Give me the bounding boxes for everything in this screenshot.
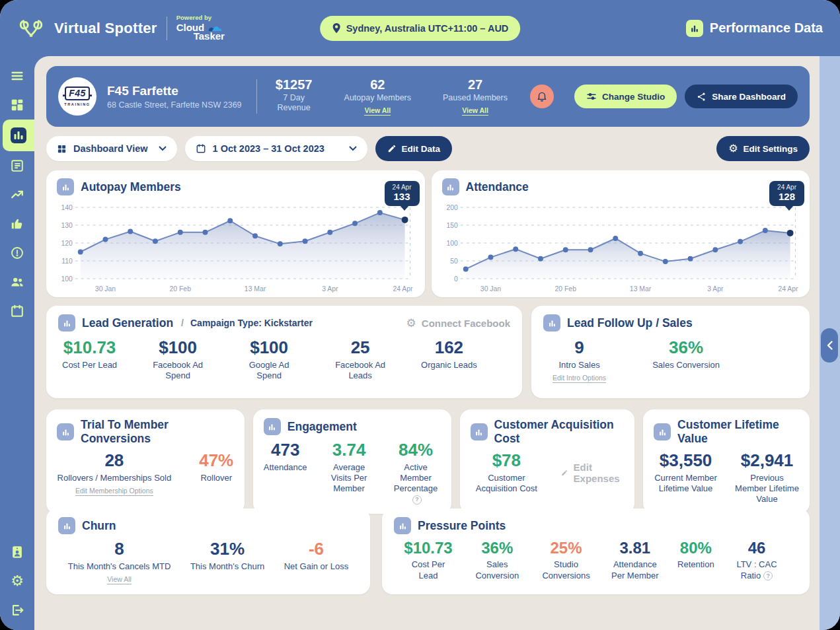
connect-facebook-button[interactable]: ⚙ Connect Facebook (406, 318, 510, 329)
stat-label: Autopay Members (344, 93, 411, 104)
customer-lifetime-value-card: Customer Lifetime Value $3,550Current Me… (643, 409, 810, 514)
stat-value: $100 (159, 338, 197, 357)
hamburger-icon (10, 69, 24, 83)
studio-stats: $12577 Day Revenue62Autopay MembersView … (276, 77, 508, 116)
chart-title: Attendance (466, 180, 529, 194)
change-studio-button[interactable]: Change Studio (574, 85, 677, 108)
date-range-picker[interactable]: 1 Oct 2023 – 31 Oct 2023 (185, 136, 367, 161)
main-content: F45 TRAINING F45 Farfette 68 Castle Stre… (34, 56, 820, 630)
powered-by-block: Powered by Cloud Tasker (176, 15, 225, 42)
sidebar-item-members[interactable] (0, 267, 34, 297)
location-badge[interactable]: Sydney, Australia UTC+11:00 – AUD (320, 16, 521, 41)
stat: $12577 Day Revenue (276, 77, 313, 114)
svg-text:13 Mar: 13 Mar (629, 285, 651, 293)
stat-value: 47% (199, 451, 233, 470)
chart-icon (58, 314, 75, 332)
notifications-button[interactable] (530, 85, 554, 108)
help-icon[interactable]: ? (412, 495, 422, 505)
chevron-down-icon (159, 146, 167, 151)
stat-link[interactable]: View All (107, 575, 132, 584)
stat-label: Rollovers / Memberships Sold (57, 473, 172, 483)
id-badge-icon (10, 545, 24, 559)
stat-link[interactable]: View All (364, 106, 391, 116)
stat-value: 84% (399, 440, 433, 460)
chart-icon (394, 517, 411, 534)
lead-follow-up-card: Lead Follow Up / Sales 9Intro SalesEdit … (531, 306, 810, 398)
stat-label: Paused Members (443, 93, 508, 104)
stat-label: This Month's Churn (190, 561, 264, 572)
sidebar-item-dashboard[interactable] (0, 90, 34, 120)
view-dropdown[interactable]: Dashboard View (46, 136, 177, 161)
svg-text:100: 100 (61, 275, 73, 283)
pressure-points-card: Pressure Points $10.73Cost Per Lead36%Sa… (382, 508, 810, 594)
sidebar-item-performance[interactable] (3, 120, 34, 151)
stat-label: Net Gain or Loss (284, 561, 349, 572)
sidebar-item-forms[interactable] (0, 151, 34, 180)
engagement-stats: 473Attendance3.74Average Visits Per Memb… (264, 440, 441, 505)
connect-facebook-label: Connect Facebook (422, 318, 510, 329)
svg-text:130: 130 (61, 222, 73, 229)
stat-label: Attendance Per Member (609, 559, 662, 581)
users-icon (10, 275, 24, 289)
page-title-area: Performance Data (686, 20, 823, 37)
cac-stats: $78Customer Acquisition Cost (475, 451, 539, 494)
sidebar-item-profile[interactable] (0, 538, 34, 567)
sidebar-item-settings[interactable]: ⚙ (0, 567, 34, 596)
chart-tooltip: 24 Apr 128 (769, 181, 804, 206)
bell-icon (536, 90, 548, 102)
attendance-line-chart[interactable]: 05010015020030 Jan20 Feb13 Mar3 Apr24 Ap… (442, 201, 800, 293)
chart-icon (58, 517, 75, 534)
sidebar-item-feedback[interactable] (0, 209, 34, 238)
stat-value: $10.73 (404, 540, 452, 557)
sidebar-item-calendar[interactable] (0, 297, 34, 326)
right-panel-strip (820, 56, 840, 630)
tooltip-value: 133 (393, 191, 412, 202)
share-dashboard-button[interactable]: Share Dashboard (685, 85, 798, 108)
edit-data-button[interactable]: Edit Data (375, 136, 453, 161)
autopay-members-line-chart[interactable]: 10011012013014030 Jan20 Feb13 Mar3 Apr24… (57, 201, 414, 293)
stat: 9Intro SalesEdit Intro Options (553, 338, 606, 383)
stat-value: 9 (574, 338, 584, 357)
dashboard-grid-icon (10, 98, 24, 112)
edit-settings-button[interactable]: ⚙ Edit Settings (716, 136, 810, 161)
stat-value: $10.73 (63, 338, 116, 357)
sidebar-item-logout[interactable] (0, 596, 34, 625)
chart-title: Autopay Members (81, 180, 181, 194)
stat-value: 27 (468, 77, 482, 92)
edit-expenses-button[interactable]: Edit Expenses (561, 462, 624, 484)
studio-logo: F45 TRAINING (58, 77, 96, 116)
stat-label: Organic Leads (421, 360, 477, 370)
help-icon[interactable]: ? (763, 571, 773, 580)
body: ⚙ F45 TRAINING F45 Farfette 68 Castle St… (0, 56, 840, 630)
stat-label: This Month's Cancels MTD (68, 561, 171, 572)
chart-icon (543, 314, 560, 332)
stat-label: Sales Conversion (652, 360, 720, 370)
share-dashboard-label: Share Dashboard (712, 92, 786, 102)
stat-value: $100 (250, 338, 288, 357)
stat-value: 3.74 (332, 440, 366, 460)
stat-value: 25 (351, 338, 370, 357)
collapse-panel-button[interactable] (821, 328, 838, 363)
stat: 27Paused MembersView All (443, 77, 508, 116)
chevron-down-icon (349, 146, 357, 151)
stat-link[interactable]: Edit Membership Options (75, 487, 153, 496)
stat-value: 36% (669, 338, 703, 357)
logout-icon (10, 603, 24, 617)
logo-text: F45 (65, 87, 90, 100)
stat: 3.74Average Visits Per Member (325, 440, 374, 505)
stat: 3.81Attendance Per Member (609, 540, 662, 581)
stat-value: 36% (481, 540, 513, 557)
sidebar-item-alerts[interactable] (0, 238, 34, 267)
pressure-points-stats: $10.73Cost Per Lead36%Sales Conversion25… (394, 540, 798, 581)
sidebar-item-trends[interactable] (0, 180, 34, 209)
stat: $78Customer Acquisition Cost (475, 451, 539, 494)
stat-link[interactable]: View All (462, 106, 488, 116)
svg-text:120: 120 (61, 240, 73, 247)
stat: 28Rollovers / Memberships SoldEdit Membe… (57, 451, 172, 496)
tooltip-value: 128 (777, 191, 796, 202)
stat-link[interactable]: Edit Intro Options (553, 374, 606, 383)
card-title: Customer Lifetime Value (677, 418, 799, 446)
stat-value: -6 (309, 540, 324, 559)
chart-icon (654, 423, 671, 440)
sidebar-item-menu[interactable] (0, 61, 34, 90)
